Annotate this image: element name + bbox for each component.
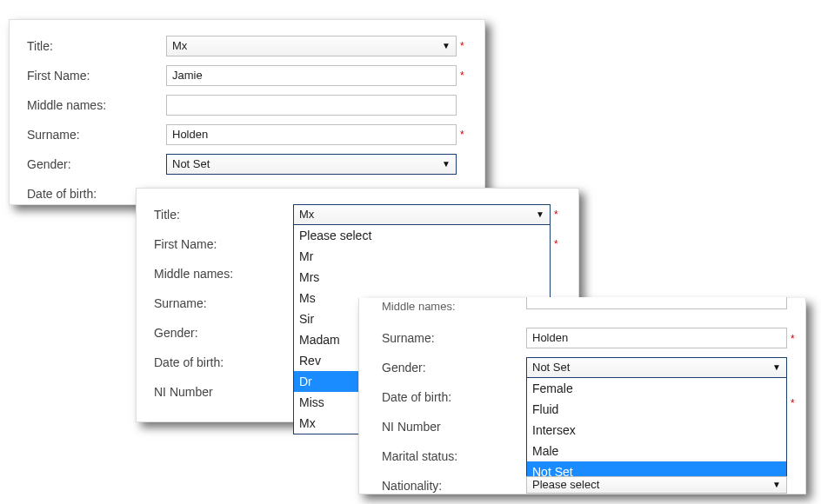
title-select[interactable]: Mx ▼ — [166, 36, 457, 56]
chevron-down-icon: ▼ — [536, 205, 544, 224]
required-marker: * — [791, 333, 795, 345]
chevron-down-icon: ▼ — [772, 358, 781, 377]
title-select[interactable]: Mx ▼ — [293, 204, 551, 225]
gender-select-value: Not Set — [532, 361, 570, 374]
gender-select[interactable]: Not Set ▼ — [526, 357, 787, 378]
title-select-value: Mx — [299, 208, 314, 221]
first-name-input[interactable]: Jamie — [166, 65, 457, 86]
required-marker: * — [460, 129, 467, 141]
title-option[interactable]: Mrs — [294, 267, 550, 288]
title-select-value: Mx — [172, 39, 187, 52]
label-surname: Surname: — [382, 331, 435, 345]
nationality-select-value: Please select — [532, 478, 599, 491]
label-first-name: First Name: — [154, 237, 293, 251]
surname-input[interactable]: Holden — [166, 124, 457, 145]
label-gender: Gender: — [154, 326, 293, 340]
label-nationality: Nationality: — [382, 479, 442, 493]
label-gender: Gender: — [382, 361, 426, 375]
required-marker: * — [460, 70, 467, 82]
required-marker: * — [791, 397, 795, 409]
required-marker: * — [554, 238, 561, 250]
gender-option[interactable]: Male — [527, 441, 786, 461]
chevron-down-icon: ▼ — [772, 477, 781, 493]
label-ni-number: NI Number — [154, 385, 293, 399]
label-middle-names: Middle names: — [154, 267, 293, 281]
label-dob: Date of birth: — [382, 390, 451, 404]
chevron-down-icon: ▼ — [442, 155, 451, 174]
gender-option[interactable]: Fluid — [527, 399, 786, 420]
label-ni-number: NI Number — [382, 420, 441, 434]
label-middle-names: Middle names: — [27, 98, 166, 112]
chevron-down-icon: ▼ — [442, 36, 451, 56]
label-marital-status: Marital status: — [382, 449, 457, 463]
gender-option[interactable]: Intersex — [527, 420, 786, 441]
label-title: Title: — [154, 208, 293, 222]
label-title: Title: — [27, 39, 166, 53]
label-surname: Surname: — [154, 296, 293, 310]
label-first-name: First Name: — [27, 69, 166, 83]
required-marker: * — [460, 40, 467, 52]
title-option[interactable]: Please select — [294, 225, 550, 246]
required-marker: * — [554, 209, 561, 221]
middle-names-input[interactable] — [166, 95, 457, 116]
form-card-3: Middle names: Surname: Holden * Gender: … — [358, 298, 806, 494]
gender-dropdown[interactable]: FemaleFluidIntersexMaleNot Set — [526, 378, 787, 483]
label-surname: Surname: — [27, 128, 166, 142]
label-dob: Date of birth: — [154, 355, 293, 369]
gender-select[interactable]: Not Set ▼ — [166, 154, 457, 175]
middle-names-input-cut[interactable] — [526, 297, 787, 309]
surname-input[interactable]: Holden — [526, 328, 787, 348]
nationality-select[interactable]: Please select ▼ — [526, 476, 787, 494]
label-gender: Gender: — [27, 157, 166, 171]
title-option[interactable]: Mr — [294, 246, 550, 267]
gender-option[interactable]: Female — [527, 378, 786, 399]
label-middle-names-cut: Middle names: — [382, 300, 456, 313]
gender-select-value: Not Set — [172, 157, 210, 170]
form-card-1: Title: Mx ▼ * First Name: Jamie * Middle… — [9, 19, 485, 205]
